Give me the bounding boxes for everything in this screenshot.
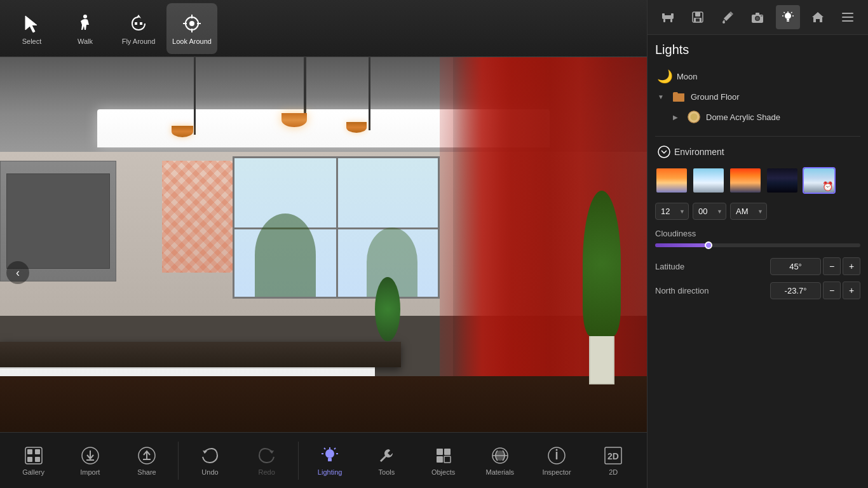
scene-small-plant xyxy=(375,277,400,342)
look-around-tool-button[interactable]: Look Around xyxy=(166,3,217,54)
latitude-decrease-btn[interactable]: − xyxy=(823,257,841,275)
pendant-wire-3 xyxy=(369,57,370,130)
walk-tool-button[interactable]: Walk xyxy=(60,3,111,54)
latitude-label: Latitude xyxy=(655,262,684,271)
walk-tool-label: Walk xyxy=(78,37,93,45)
nav-back-arrow[interactable]: ‹ xyxy=(6,261,29,284)
dome-expand-icon: ▶ xyxy=(673,114,682,121)
import-button[interactable]: Import xyxy=(65,435,116,486)
env-preset-night[interactable] xyxy=(766,167,799,194)
folder-icon xyxy=(672,90,686,104)
fly-around-tool-button[interactable]: Fly Around xyxy=(113,3,164,54)
panel-home-btn[interactable] xyxy=(806,5,830,29)
svg-rect-31 xyxy=(842,17,853,18)
light-item-moon[interactable]: 🌙 Moon xyxy=(655,66,860,86)
svg-rect-49 xyxy=(328,460,332,461)
ground-floor-expand-icon: ▼ xyxy=(658,93,667,100)
gallery-label: Gallery xyxy=(22,468,44,476)
svg-line-29 xyxy=(791,12,792,13)
env-preset-dawn[interactable] xyxy=(655,167,688,194)
svg-point-2 xyxy=(189,21,194,26)
bottom-toolbar: Gallery Import Share Undo xyxy=(0,432,647,488)
svg-rect-21 xyxy=(761,15,763,17)
svg-rect-48 xyxy=(328,458,332,460)
redo-button[interactable]: Redo xyxy=(241,435,292,486)
viewport[interactable]: ‹ xyxy=(0,57,647,488)
env-preset-custom[interactable]: ⏰ xyxy=(803,167,836,194)
hour-select[interactable]: 1234 5678 9101112 xyxy=(655,203,689,220)
svg-point-19 xyxy=(756,17,759,20)
gallery-button[interactable]: Gallery xyxy=(8,435,59,486)
svg-point-0 xyxy=(83,15,87,18)
panel-light-btn[interactable] xyxy=(776,5,800,29)
dome-icon xyxy=(687,110,701,124)
minute-select[interactable]: 00153045 xyxy=(693,203,726,220)
undo-label: Undo xyxy=(201,468,218,476)
svg-point-34 xyxy=(691,114,698,121)
2d-button[interactable]: 2D 2D xyxy=(588,435,639,486)
minute-select-wrap: 00153045 xyxy=(693,203,726,220)
ampm-select[interactable]: AMPM xyxy=(730,203,767,220)
env-preset-day-visual xyxy=(693,168,724,193)
north-direction-input[interactable] xyxy=(770,282,821,299)
panel-paint-btn[interactable] xyxy=(715,5,740,29)
environment-header[interactable]: Environment xyxy=(655,142,860,162)
tools-label: Tools xyxy=(379,468,395,476)
svg-point-35 xyxy=(658,146,670,158)
environment-presets: ⏰ xyxy=(655,167,860,194)
latitude-row: Latitude − + xyxy=(655,257,860,275)
latitude-input-group: − + xyxy=(770,257,860,275)
select-tool-button[interactable]: Select xyxy=(6,3,57,54)
north-direction-decrease-btn[interactable]: − xyxy=(823,281,841,299)
north-direction-increase-btn[interactable]: + xyxy=(843,281,860,299)
tools-button[interactable]: Tools xyxy=(361,435,412,486)
right-panel: Lights 🌙 Moon ▼ Ground Floor ▶ xyxy=(647,0,868,488)
objects-button[interactable]: Objects xyxy=(418,435,469,486)
undo-button[interactable]: Undo xyxy=(184,435,235,486)
ampm-select-wrap: AMPM xyxy=(730,203,767,220)
section-divider xyxy=(655,136,860,137)
panel-furniture-btn[interactable] xyxy=(656,5,680,29)
svg-rect-58 xyxy=(444,456,451,463)
inspector-button[interactable]: Inspector xyxy=(531,435,582,486)
panel-save-btn[interactable] xyxy=(686,5,710,29)
materials-button[interactable]: Materials xyxy=(475,435,526,486)
light-item-ground-floor[interactable]: ▼ Ground Floor xyxy=(655,86,860,107)
share-button[interactable]: Share xyxy=(121,435,172,486)
panel-camera-btn[interactable] xyxy=(745,5,770,29)
env-preset-custom-visual: ⏰ xyxy=(804,168,834,193)
latitude-input[interactable] xyxy=(770,258,821,275)
env-preset-day[interactable] xyxy=(692,167,725,194)
light-item-dome[interactable]: ▶ Dome Acrylic Shade xyxy=(655,107,860,127)
top-toolbar: Select Walk Fly Around Look Around xyxy=(0,0,647,57)
latitude-increase-btn[interactable]: + xyxy=(843,257,860,275)
cloudiness-slider-track[interactable] xyxy=(655,243,860,247)
lighting-button[interactable]: Lighting xyxy=(304,435,355,486)
time-controls: 1234 5678 9101112 00153045 AMPM xyxy=(655,203,860,220)
svg-rect-55 xyxy=(437,449,443,455)
environment-collapse-icon xyxy=(658,146,670,158)
cloudiness-slider-thumb[interactable] xyxy=(705,241,712,249)
pendant-wire xyxy=(304,57,306,122)
north-direction-row: North direction − + xyxy=(655,281,860,299)
pendant-shade xyxy=(281,113,307,127)
env-preset-sunset-visual xyxy=(730,168,761,193)
inspector-label: Inspector xyxy=(542,468,571,476)
panel-content-area: Lights 🌙 Moon ▼ Ground Floor ▶ xyxy=(648,35,868,488)
select-tool-label: Select xyxy=(22,37,42,45)
svg-rect-9 xyxy=(670,19,672,22)
svg-rect-30 xyxy=(842,13,853,14)
redo-label: Redo xyxy=(259,468,275,476)
svg-point-47 xyxy=(325,449,334,458)
env-preset-sunset[interactable] xyxy=(729,167,762,194)
svg-line-54 xyxy=(334,448,336,449)
svg-text:2D: 2D xyxy=(607,451,619,461)
svg-rect-20 xyxy=(756,13,759,15)
svg-rect-11 xyxy=(671,13,674,17)
environment-label: Environment xyxy=(674,147,724,157)
svg-rect-8 xyxy=(663,19,665,22)
look-around-tool-label: Look Around xyxy=(172,37,212,45)
import-label: Import xyxy=(80,468,100,476)
panel-list-btn[interactable] xyxy=(836,5,860,29)
light-item-ground-floor-label: Ground Floor xyxy=(691,92,740,102)
